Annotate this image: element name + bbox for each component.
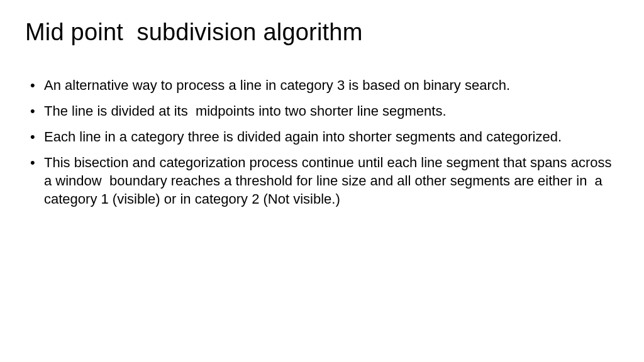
list-item: The line is divided at its midpoints int… — [30, 102, 619, 120]
list-item: An alternative way to process a line in … — [30, 76, 619, 94]
bullet-list: An alternative way to process a line in … — [25, 76, 619, 208]
list-item: Each line in a category three is divided… — [30, 128, 619, 146]
slide-title: Mid point subdivision algorithm — [25, 19, 619, 46]
list-item: This bisection and categorization proces… — [30, 153, 619, 208]
